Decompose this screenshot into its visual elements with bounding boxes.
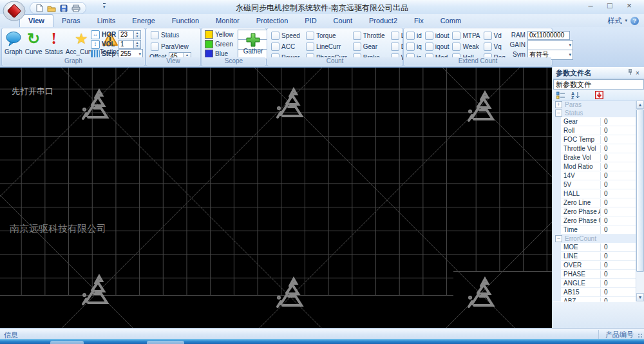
collapse-icon[interactable]: −: [555, 110, 562, 117]
expand-icon[interactable]: +: [555, 101, 562, 108]
param-row[interactable]: Zero Phase A0: [561, 207, 637, 216]
new-document-icon[interactable]: [35, 4, 43, 12]
checkbox-icon[interactable]: [151, 31, 159, 39]
param-row[interactable]: Brake Vol0: [561, 153, 637, 162]
scroll-up-icon[interactable]: ▲: [636, 100, 644, 109]
checkbox-acc[interactable]: ACC: [271, 43, 300, 51]
checkbox-icon[interactable]: [151, 43, 159, 51]
param-row[interactable]: PHASE0: [561, 270, 637, 279]
qat-customize-icon[interactable]: ▾: [103, 3, 106, 10]
checkbox-vd[interactable]: Vd: [484, 32, 506, 40]
param-row[interactable]: 5V0: [561, 180, 637, 189]
checkbox-icon[interactable]: [271, 43, 279, 51]
checkbox-throttle[interactable]: Throttle: [353, 32, 385, 40]
taskbar-button[interactable]: [147, 341, 184, 344]
param-row[interactable]: Roll0: [561, 126, 637, 135]
param-row[interactable]: Zero Line0: [561, 198, 637, 207]
checkbox-status[interactable]: Status: [151, 31, 189, 39]
gather-button[interactable]: Gather: [241, 30, 265, 57]
checkbox-icon[interactable]: [391, 43, 399, 51]
param-row[interactable]: ANGLE0: [561, 279, 637, 288]
gain-dropdown[interactable]: ▾: [527, 40, 573, 50]
pin-icon[interactable]: [626, 69, 634, 77]
param-row[interactable]: OVER0: [561, 261, 637, 270]
style-menu[interactable]: 样式: [607, 16, 621, 26]
checkbox-icon[interactable]: [425, 32, 433, 40]
checkbox-icon[interactable]: [452, 43, 460, 51]
style-dropdown-icon[interactable]: ▾: [625, 18, 627, 23]
checkbox-icon[interactable]: [452, 32, 460, 40]
checkbox-id[interactable]: id: [406, 32, 422, 40]
close-button[interactable]: ×: [620, 0, 639, 12]
param-row[interactable]: 14V0: [561, 171, 637, 180]
param-row[interactable]: AB150: [561, 288, 637, 297]
curve-button[interactable]: ↻ Curve: [24, 30, 44, 55]
print-icon[interactable]: [71, 5, 80, 12]
checkbox-idout[interactable]: idout: [425, 32, 450, 40]
checkbox-icon[interactable]: [484, 43, 492, 51]
sort-az-icon[interactable]: A Z: [571, 91, 580, 99]
categorized-icon[interactable]: [556, 91, 565, 99]
hor-value[interactable]: 23: [118, 30, 134, 39]
ram-address-field[interactable]: 0x11000000: [527, 31, 570, 40]
checkbox-icon[interactable]: [306, 32, 314, 40]
save-icon[interactable]: [60, 5, 68, 12]
minimize-button[interactable]: –: [581, 0, 600, 12]
checkbox-icon[interactable]: [484, 32, 492, 40]
tab-count[interactable]: Count: [325, 14, 361, 27]
tab-function[interactable]: Function: [164, 14, 207, 27]
tab-monitor[interactable]: Monitor: [207, 14, 248, 27]
checkbox-weak[interactable]: Weak: [452, 43, 480, 51]
checkbox-iq[interactable]: iq: [406, 43, 422, 51]
download-params-icon[interactable]: [595, 91, 603, 99]
close-panel-icon[interactable]: ×: [634, 70, 641, 77]
resize-grip[interactable]: [637, 332, 643, 338]
checkbox-icon[interactable]: [353, 32, 361, 40]
tab-protection[interactable]: Protection: [248, 14, 297, 27]
param-row[interactable]: FOC Temp0: [561, 135, 637, 144]
tab-paras[interactable]: Paras: [53, 14, 89, 27]
tab-fix[interactable]: Fix: [406, 14, 432, 27]
param-row[interactable]: Gear0: [561, 117, 637, 126]
open-folder-icon[interactable]: [47, 5, 56, 12]
param-row[interactable]: HALL0: [561, 189, 637, 198]
checkbox-icon[interactable]: [406, 43, 415, 51]
checkbox-icon[interactable]: [353, 43, 361, 51]
checkbox-vq[interactable]: Vq: [484, 43, 506, 51]
checkbox-torque[interactable]: Torque: [306, 32, 347, 40]
checkbox-icon[interactable]: [406, 32, 415, 40]
collapse-icon[interactable]: −: [555, 235, 562, 242]
param-row[interactable]: LINE0: [561, 252, 637, 261]
param-row[interactable]: Throttle Vol0: [561, 144, 637, 153]
param-group-header-paras[interactable]: +Paras: [553, 100, 637, 109]
checkbox-icon[interactable]: [425, 43, 433, 51]
param-row[interactable]: Zero Phase C0: [561, 216, 637, 225]
checkbox-mtpa[interactable]: MTPA: [452, 32, 480, 40]
taskbar-button[interactable]: [50, 341, 84, 344]
status-button[interactable]: ! Status: [43, 30, 64, 55]
checkbox-speed[interactable]: Speed: [271, 32, 300, 40]
scrollbar-thumb[interactable]: [636, 110, 644, 272]
oscilloscope-plot[interactable]: 先打开串口 南京远驱科技有限公司: [0, 67, 552, 329]
graph-button[interactable]: Graph: [3, 30, 24, 55]
checkbox-linecurr[interactable]: LineCurr: [306, 43, 347, 51]
checkbox-paraview[interactable]: ParaView: [151, 43, 189, 51]
param-group-header-status[interactable]: −Status: [553, 109, 637, 117]
tab-pid[interactable]: PID: [296, 14, 325, 27]
tab-energe[interactable]: Energe: [124, 14, 163, 27]
param-row[interactable]: Time0: [561, 225, 637, 234]
param-row[interactable]: MOE0: [561, 243, 637, 252]
tab-comm[interactable]: Comm: [432, 14, 469, 27]
checkbox-gear[interactable]: Gear: [353, 43, 385, 51]
spinner-arrows-icon[interactable]: ▲▼: [134, 30, 141, 39]
param-group-header-errorcount[interactable]: −ErrorCount: [553, 234, 637, 243]
param-row[interactable]: Mod Ratio0: [561, 162, 637, 171]
help-icon[interactable]: ?: [630, 17, 639, 25]
tab-limits[interactable]: Limits: [89, 14, 124, 27]
vol-spinner[interactable]: 1 ▲▼: [118, 40, 141, 49]
parameter-file-name-field[interactable]: 新参数文件: [553, 79, 644, 90]
checkbox-icon[interactable]: [271, 32, 279, 40]
checkbox-iqout[interactable]: iqout: [425, 43, 450, 51]
hor-spinner[interactable]: 23 ▲▼: [118, 30, 141, 39]
checkbox-icon[interactable]: [306, 43, 314, 51]
